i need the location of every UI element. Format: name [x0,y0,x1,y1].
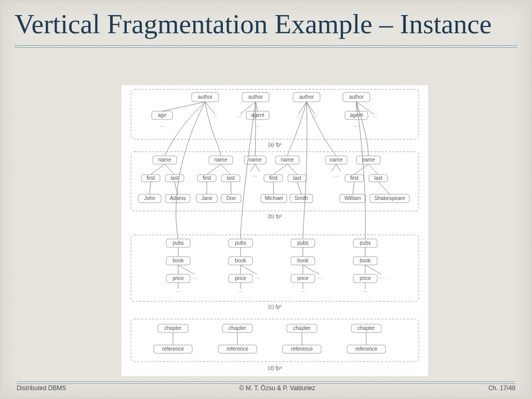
svg-text:John: John [144,195,155,201]
svg-text:author: author [198,94,213,100]
svg-text:…: … [380,274,385,280]
svg-text:Michael: Michael [265,195,283,201]
footer-rule [17,381,515,384]
frag-d-chapters: chapter reference chapter reference chap… [154,324,385,353]
svg-text:…: … [334,172,339,178]
svg-text:Jane: Jane [201,195,212,201]
svg-text:chapter: chapter [293,325,311,331]
footer-center: © M. T. Özsu & P. Valduriez [240,384,315,392]
svg-text:Shakespeare: Shakespeare [375,195,405,201]
svg-text:…: … [159,122,165,128]
slide-footer: Distributed DBMS © M. T. Özsu & P. Valdu… [2,384,530,392]
svg-text:…: … [296,113,301,118]
svg-text:first: first [203,175,211,181]
svg-text:book: book [235,258,247,263]
fragment-label-d: (d) fp⁴ [268,365,282,371]
svg-text:name: name [214,157,227,163]
svg-text:first: first [147,175,155,181]
svg-text:reference: reference [162,346,184,352]
svg-text:…: … [354,122,359,128]
svg-text:last: last [293,175,301,181]
svg-text:price: price [235,275,246,281]
footer-left: Distributed DBMS [17,384,66,392]
fragment-label-b: (b) fp² [268,214,282,219]
svg-text:pubs: pubs [172,240,184,246]
svg-text:price: price [360,275,371,281]
svg-text:…: … [373,113,378,118]
svg-text:name: name [158,157,171,163]
svg-text:chapter: chapter [229,325,246,331]
svg-text:pubs: pubs [235,240,246,246]
svg-text:name: name [362,157,375,163]
svg-text:age: age [158,112,167,118]
svg-text:…: … [255,274,260,280]
svg-text:name: name [248,157,261,163]
footer-right: Ch. 17/49 [488,384,515,392]
title-underline [15,45,517,48]
svg-text:first: first [269,175,277,181]
svg-text:pubs: pubs [360,240,371,246]
svg-text:agent: agent [251,112,264,118]
svg-text:author: author [299,94,314,100]
svg-text:pubs: pubs [297,240,309,246]
svg-text:book: book [297,258,309,263]
fragment-label-c: (c) fp³ [268,304,282,310]
svg-text:book: book [360,258,371,263]
slide-title: Vertical Fragmentation Example – Instanc… [2,2,530,43]
svg-text:chapter: chapter [164,325,182,331]
svg-text:…: … [255,122,260,128]
svg-text:Smith: Smith [295,195,308,201]
svg-text:…: … [212,113,218,118]
svg-text:reference: reference [355,346,378,352]
svg-text:last: last [374,175,382,181]
svg-text:Adams: Adams [169,195,185,201]
frag-c-pubs: pubs book price … … pubs book price … … … [166,239,385,293]
svg-text:last: last [227,175,235,181]
svg-text:author: author [248,94,263,100]
svg-text:name: name [281,157,294,163]
svg-text:price: price [172,275,184,281]
svg-text:…: … [252,172,258,178]
svg-text:first: first [350,175,358,181]
svg-text:Doe: Doe [227,195,236,201]
cross-fragment-edges [165,102,368,239]
svg-text:…: … [312,113,317,118]
diagram-canvas: author age … … author agent … … author …… [122,85,428,376]
svg-text:book: book [172,258,184,263]
svg-text:reference: reference [227,346,249,352]
svg-text:price: price [297,275,309,281]
svg-text:reference: reference [291,346,313,352]
svg-text:…: … [236,113,242,118]
svg-text:chapter: chapter [357,325,375,331]
svg-text:William: William [344,195,361,201]
fragment-label-a: (a) fp¹ [268,142,282,148]
svg-text:…: … [317,274,323,280]
svg-text:last: last [170,175,179,181]
svg-text:name: name [329,157,342,163]
svg-text:author: author [349,94,364,100]
svg-text:…: … [193,274,198,280]
